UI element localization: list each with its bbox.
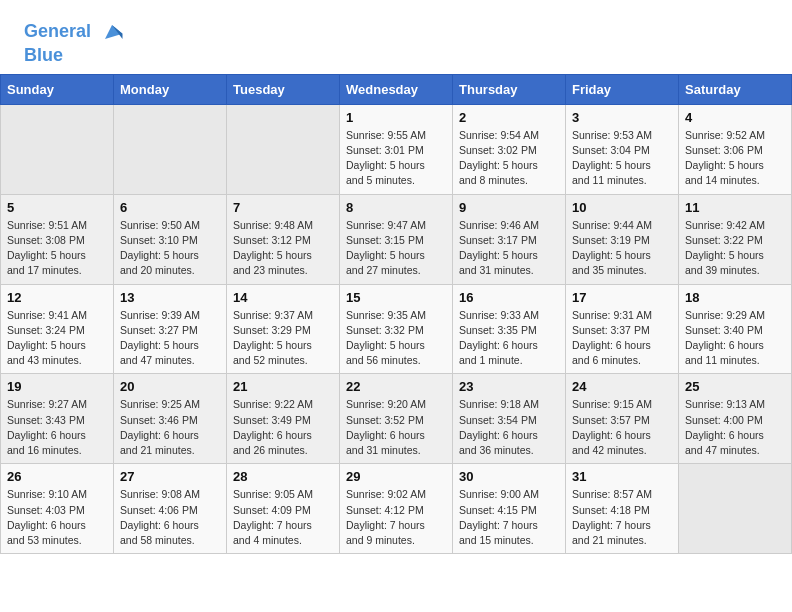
day-number: 29 — [346, 469, 446, 484]
calendar-cell: 14Sunrise: 9:37 AM Sunset: 3:29 PM Dayli… — [227, 284, 340, 374]
day-info: Sunrise: 9:22 AM Sunset: 3:49 PM Dayligh… — [233, 397, 333, 458]
day-number: 7 — [233, 200, 333, 215]
day-number: 11 — [685, 200, 785, 215]
calendar-cell: 23Sunrise: 9:18 AM Sunset: 3:54 PM Dayli… — [453, 374, 566, 464]
day-number: 31 — [572, 469, 672, 484]
page-header: General Blue — [0, 0, 792, 74]
day-number: 8 — [346, 200, 446, 215]
day-number: 23 — [459, 379, 559, 394]
day-number: 5 — [7, 200, 107, 215]
logo-blue-text: Blue — [24, 46, 126, 66]
day-info: Sunrise: 9:10 AM Sunset: 4:03 PM Dayligh… — [7, 487, 107, 548]
day-number: 4 — [685, 110, 785, 125]
day-number: 30 — [459, 469, 559, 484]
calendar-cell: 7Sunrise: 9:48 AM Sunset: 3:12 PM Daylig… — [227, 194, 340, 284]
day-info: Sunrise: 9:08 AM Sunset: 4:06 PM Dayligh… — [120, 487, 220, 548]
calendar-cell: 26Sunrise: 9:10 AM Sunset: 4:03 PM Dayli… — [1, 464, 114, 554]
day-number: 6 — [120, 200, 220, 215]
day-info: Sunrise: 9:54 AM Sunset: 3:02 PM Dayligh… — [459, 128, 559, 189]
day-info: Sunrise: 9:55 AM Sunset: 3:01 PM Dayligh… — [346, 128, 446, 189]
day-info: Sunrise: 9:13 AM Sunset: 4:00 PM Dayligh… — [685, 397, 785, 458]
day-info: Sunrise: 9:42 AM Sunset: 3:22 PM Dayligh… — [685, 218, 785, 279]
day-number: 24 — [572, 379, 672, 394]
day-number: 26 — [7, 469, 107, 484]
calendar-cell: 13Sunrise: 9:39 AM Sunset: 3:27 PM Dayli… — [114, 284, 227, 374]
day-number: 15 — [346, 290, 446, 305]
day-info: Sunrise: 9:51 AM Sunset: 3:08 PM Dayligh… — [7, 218, 107, 279]
calendar-cell: 8Sunrise: 9:47 AM Sunset: 3:15 PM Daylig… — [340, 194, 453, 284]
day-number: 19 — [7, 379, 107, 394]
day-number: 16 — [459, 290, 559, 305]
day-info: Sunrise: 9:41 AM Sunset: 3:24 PM Dayligh… — [7, 308, 107, 369]
calendar-cell — [1, 104, 114, 194]
calendar-week-row: 5Sunrise: 9:51 AM Sunset: 3:08 PM Daylig… — [1, 194, 792, 284]
day-info: Sunrise: 9:27 AM Sunset: 3:43 PM Dayligh… — [7, 397, 107, 458]
day-number: 17 — [572, 290, 672, 305]
calendar-week-row: 26Sunrise: 9:10 AM Sunset: 4:03 PM Dayli… — [1, 464, 792, 554]
logo: General Blue — [24, 18, 126, 66]
calendar-header-row: SundayMondayTuesdayWednesdayThursdayFrid… — [1, 74, 792, 104]
calendar-day-header: Wednesday — [340, 74, 453, 104]
calendar-cell: 2Sunrise: 9:54 AM Sunset: 3:02 PM Daylig… — [453, 104, 566, 194]
calendar-week-row: 1Sunrise: 9:55 AM Sunset: 3:01 PM Daylig… — [1, 104, 792, 194]
calendar-day-header: Sunday — [1, 74, 114, 104]
calendar-cell: 24Sunrise: 9:15 AM Sunset: 3:57 PM Dayli… — [566, 374, 679, 464]
calendar-day-header: Monday — [114, 74, 227, 104]
day-info: Sunrise: 9:48 AM Sunset: 3:12 PM Dayligh… — [233, 218, 333, 279]
calendar-cell: 1Sunrise: 9:55 AM Sunset: 3:01 PM Daylig… — [340, 104, 453, 194]
calendar-day-header: Friday — [566, 74, 679, 104]
calendar-cell: 29Sunrise: 9:02 AM Sunset: 4:12 PM Dayli… — [340, 464, 453, 554]
calendar-cell — [114, 104, 227, 194]
calendar-cell: 10Sunrise: 9:44 AM Sunset: 3:19 PM Dayli… — [566, 194, 679, 284]
day-info: Sunrise: 9:20 AM Sunset: 3:52 PM Dayligh… — [346, 397, 446, 458]
calendar-day-header: Tuesday — [227, 74, 340, 104]
day-info: Sunrise: 8:57 AM Sunset: 4:18 PM Dayligh… — [572, 487, 672, 548]
day-number: 20 — [120, 379, 220, 394]
day-info: Sunrise: 9:05 AM Sunset: 4:09 PM Dayligh… — [233, 487, 333, 548]
calendar-cell: 11Sunrise: 9:42 AM Sunset: 3:22 PM Dayli… — [679, 194, 792, 284]
day-info: Sunrise: 9:39 AM Sunset: 3:27 PM Dayligh… — [120, 308, 220, 369]
calendar-cell: 22Sunrise: 9:20 AM Sunset: 3:52 PM Dayli… — [340, 374, 453, 464]
logo-text: General — [24, 18, 126, 46]
day-info: Sunrise: 9:18 AM Sunset: 3:54 PM Dayligh… — [459, 397, 559, 458]
calendar-cell: 4Sunrise: 9:52 AM Sunset: 3:06 PM Daylig… — [679, 104, 792, 194]
day-number: 10 — [572, 200, 672, 215]
day-number: 3 — [572, 110, 672, 125]
calendar-day-header: Saturday — [679, 74, 792, 104]
calendar-cell: 21Sunrise: 9:22 AM Sunset: 3:49 PM Dayli… — [227, 374, 340, 464]
calendar-cell: 6Sunrise: 9:50 AM Sunset: 3:10 PM Daylig… — [114, 194, 227, 284]
day-info: Sunrise: 9:50 AM Sunset: 3:10 PM Dayligh… — [120, 218, 220, 279]
calendar-cell: 3Sunrise: 9:53 AM Sunset: 3:04 PM Daylig… — [566, 104, 679, 194]
calendar-cell: 12Sunrise: 9:41 AM Sunset: 3:24 PM Dayli… — [1, 284, 114, 374]
calendar-cell: 20Sunrise: 9:25 AM Sunset: 3:46 PM Dayli… — [114, 374, 227, 464]
calendar-cell: 16Sunrise: 9:33 AM Sunset: 3:35 PM Dayli… — [453, 284, 566, 374]
day-info: Sunrise: 9:44 AM Sunset: 3:19 PM Dayligh… — [572, 218, 672, 279]
calendar-day-header: Thursday — [453, 74, 566, 104]
day-number: 1 — [346, 110, 446, 125]
day-info: Sunrise: 9:25 AM Sunset: 3:46 PM Dayligh… — [120, 397, 220, 458]
calendar-cell: 9Sunrise: 9:46 AM Sunset: 3:17 PM Daylig… — [453, 194, 566, 284]
day-info: Sunrise: 9:00 AM Sunset: 4:15 PM Dayligh… — [459, 487, 559, 548]
calendar-cell: 5Sunrise: 9:51 AM Sunset: 3:08 PM Daylig… — [1, 194, 114, 284]
calendar-table: SundayMondayTuesdayWednesdayThursdayFrid… — [0, 74, 792, 554]
calendar-cell: 15Sunrise: 9:35 AM Sunset: 3:32 PM Dayli… — [340, 284, 453, 374]
day-info: Sunrise: 9:15 AM Sunset: 3:57 PM Dayligh… — [572, 397, 672, 458]
day-info: Sunrise: 9:02 AM Sunset: 4:12 PM Dayligh… — [346, 487, 446, 548]
day-number: 14 — [233, 290, 333, 305]
logo-icon — [98, 18, 126, 46]
calendar-cell: 27Sunrise: 9:08 AM Sunset: 4:06 PM Dayli… — [114, 464, 227, 554]
day-number: 21 — [233, 379, 333, 394]
day-info: Sunrise: 9:53 AM Sunset: 3:04 PM Dayligh… — [572, 128, 672, 189]
day-info: Sunrise: 9:31 AM Sunset: 3:37 PM Dayligh… — [572, 308, 672, 369]
calendar-cell — [227, 104, 340, 194]
day-number: 25 — [685, 379, 785, 394]
day-info: Sunrise: 9:47 AM Sunset: 3:15 PM Dayligh… — [346, 218, 446, 279]
day-info: Sunrise: 9:33 AM Sunset: 3:35 PM Dayligh… — [459, 308, 559, 369]
calendar-cell: 19Sunrise: 9:27 AM Sunset: 3:43 PM Dayli… — [1, 374, 114, 464]
calendar-cell: 25Sunrise: 9:13 AM Sunset: 4:00 PM Dayli… — [679, 374, 792, 464]
calendar-cell: 31Sunrise: 8:57 AM Sunset: 4:18 PM Dayli… — [566, 464, 679, 554]
calendar-week-row: 12Sunrise: 9:41 AM Sunset: 3:24 PM Dayli… — [1, 284, 792, 374]
day-number: 2 — [459, 110, 559, 125]
day-info: Sunrise: 9:46 AM Sunset: 3:17 PM Dayligh… — [459, 218, 559, 279]
day-info: Sunrise: 9:35 AM Sunset: 3:32 PM Dayligh… — [346, 308, 446, 369]
